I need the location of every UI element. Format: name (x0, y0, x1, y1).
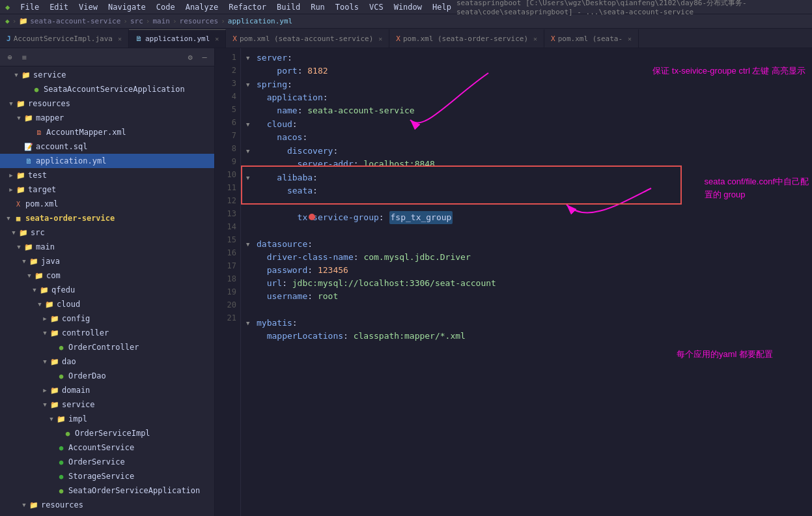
breadcrumb-project[interactable]: ◆ (5, 17, 10, 25)
tree-arrow-com-order: ▼ (25, 271, 34, 280)
tab-close-icon[interactable]: ✕ (118, 35, 122, 42)
menu-file[interactable]: File (15, 0, 44, 14)
sidebar-item-src-order[interactable]: ▼ 📁 src (0, 225, 214, 240)
sidebar-item-java-order[interactable]: ▼ 📁 java (0, 254, 214, 268)
folder-icon-domain-order: 📁 (49, 385, 60, 395)
sidebar-item-target[interactable]: ▶ 📁 target (0, 182, 214, 197)
code-key-cloud: cloud (257, 118, 292, 131)
code-val-server-addr: localhost:8848 (363, 158, 435, 171)
code-body[interactable]: ▼ server: port: 8182 ▼ spring: applicat (241, 48, 812, 516)
sidebar-item-account-mapper[interactable]: 🗎 AccountMapper.xml (0, 125, 214, 139)
menu-tools[interactable]: Tools (330, 0, 364, 14)
folder-icon-impl-order: 📁 (56, 414, 66, 424)
tab-close-active-icon[interactable]: ✕ (215, 35, 219, 42)
tree-label-test: test (28, 171, 47, 180)
tree-arrow-test: ▶ (7, 171, 16, 180)
sidebar-item-qfedu-order[interactable]: ▼ 📁 qfedu (0, 283, 214, 297)
sidebar-item-resources-order[interactable]: ▼ 📁 resources (0, 498, 214, 512)
sidebar-item-controller-order[interactable]: ▼ 📁 controller (0, 326, 214, 340)
menu-build[interactable]: Build (272, 0, 305, 14)
fold-icon-10[interactable]: ▼ (246, 171, 257, 184)
sidebar-item-resources-folder[interactable]: ▼ 📁 resources (0, 96, 214, 111)
tab-label: AccountServiceImpl.java (14, 35, 113, 43)
tree-arrow-empty-10 (47, 457, 56, 466)
sidebar-item-order-service-impl[interactable]: ● OrderServiceImpl (0, 426, 214, 440)
menu-vcs[interactable]: VCS (364, 0, 389, 14)
breadcrumb-module-label[interactable]: seata-account-service (30, 17, 120, 25)
sidebar-item-main-order[interactable]: ▼ 📁 main (0, 240, 214, 254)
fold-icon-13[interactable]: ▼ (246, 237, 257, 251)
sidebar-item-pom-account[interactable]: X pom.xml (0, 197, 214, 211)
breadcrumb-file[interactable]: application.yml (228, 17, 292, 25)
menu-navigate[interactable]: Navigate (103, 0, 151, 14)
breadcrumb-main[interactable]: main (152, 17, 170, 25)
breadcrumb-resources[interactable]: resources (180, 17, 219, 25)
tab-pom-order[interactable]: X pom.xml (seata-order-service) ✕ (389, 29, 544, 48)
sidebar-item-order-service-iface[interactable]: ● OrderService (0, 455, 214, 469)
menu-run[interactable]: Run (305, 0, 330, 14)
sidebar-item-account-sql[interactable]: 📝 account.sql (0, 139, 214, 154)
fold-icon-9 (246, 158, 257, 171)
tab-close-3-icon[interactable]: ✕ (533, 35, 537, 42)
sidebar-tool-expand[interactable]: ⊕ (4, 51, 16, 63)
sidebar-item-cloud-order[interactable]: ▼ 📁 cloud (0, 297, 214, 311)
tree-arrow-empty-4 (14, 156, 23, 165)
sidebar-tool-settings[interactable]: ⚙ (184, 51, 196, 63)
sidebar-item-mapper-order[interactable]: ▼ 📁 mapper (0, 512, 214, 516)
tab-close-4-icon[interactable]: ✕ (628, 35, 632, 42)
fold-icon-21 (246, 343, 257, 356)
code-line-13: ▼ datasource: (246, 237, 812, 251)
sidebar-item-order-dao[interactable]: ● OrderDao (0, 369, 214, 383)
tab-application-yml[interactable]: 🗎 application.yml ✕ (129, 29, 226, 48)
tree-label-seata-order-service: seata-order-service (25, 214, 115, 223)
menu-window[interactable]: Window (389, 0, 427, 14)
sidebar-item-config-order[interactable]: ▶ 📁 config (0, 311, 214, 326)
menu-view[interactable]: View (74, 0, 103, 14)
menu-help[interactable]: Help (427, 0, 456, 14)
tab-accountserviceimpl[interactable]: J AccountServiceImpl.java ✕ (0, 29, 129, 48)
tab-bar: J AccountServiceImpl.java ✕ 🗎 applicatio… (0, 29, 812, 48)
sidebar-tool-collapse[interactable]: ≡ (18, 51, 30, 63)
sidebar-item-domain-order[interactable]: ▶ 📁 domain (0, 383, 214, 397)
tree-label-com-order: com (46, 271, 61, 280)
breadcrumb-module[interactable]: 📁 (19, 17, 28, 25)
sidebar-item-seata-account-app[interactable]: ● SeataAccountServiceApplication (0, 82, 214, 96)
menu-analyze[interactable]: Analyze (180, 0, 224, 14)
tree-label-dao-order: dao (62, 357, 76, 366)
breadcrumb-src[interactable]: src (130, 17, 143, 25)
menu-edit[interactable]: Edit (44, 0, 74, 14)
sidebar-item-test[interactable]: ▶ 📁 test (0, 168, 214, 182)
sidebar-item-seata-order-app[interactable]: ● SeataOrderServiceApplication (0, 483, 214, 498)
fold-icon-3[interactable]: ▼ (246, 78, 257, 91)
spring-icon-order-dao: ● (56, 371, 66, 381)
tab-close-2-icon[interactable]: ✕ (378, 35, 382, 42)
sidebar-item-dao-order[interactable]: ▼ 📁 dao (0, 354, 214, 369)
fold-icon-1[interactable]: ▼ (246, 51, 257, 64)
sidebar-item-order-controller[interactable]: ● OrderController (0, 340, 214, 354)
tab-pom-seata[interactable]: X pom.xml (seata- ✕ (544, 29, 639, 48)
sidebar-item-mapper-folder[interactable]: ▼ 📁 mapper (0, 111, 214, 125)
tab-active-label: application.yml (145, 35, 210, 43)
sidebar-item-impl-order[interactable]: ▼ 📁 impl (0, 412, 214, 426)
sidebar-item-seata-order-service[interactable]: ▼ ■ seata-order-service (0, 211, 214, 225)
fold-icon-6[interactable]: ▼ (246, 117, 257, 131)
sidebar-item-service-folder[interactable]: ▼ 📁 service (0, 68, 214, 82)
code-key-discovery: discovery (257, 145, 333, 158)
code-val-password: 123456 (318, 264, 348, 277)
tab-pom-account[interactable]: X pom.xml (seata-account-service) ✕ (226, 29, 389, 48)
sidebar-item-application-yml[interactable]: 🗎 application.yml (0, 154, 214, 168)
sidebar-item-account-service-iface[interactable]: ● AccountService (0, 440, 214, 455)
tree-arrow-config-order: ▶ (40, 314, 49, 323)
tab-pom-seata-label: pom.xml (seata- (558, 35, 623, 43)
fold-icon-19[interactable]: ▼ (246, 316, 257, 330)
sidebar-item-storage-service-iface[interactable]: ● StorageService (0, 469, 214, 483)
fold-icon-8[interactable]: ▼ (246, 144, 257, 158)
code-val-driver: com.mysql.jdbc.Driver (363, 251, 470, 264)
sidebar-item-com-order[interactable]: ▼ 📁 com (0, 268, 214, 283)
menu-code[interactable]: Code (151, 0, 180, 14)
sidebar-tool-minimize[interactable]: — (199, 51, 210, 63)
sidebar-item-service-order[interactable]: ▼ 📁 service (0, 397, 214, 412)
tree-arrow-cloud-order: ▼ (35, 300, 44, 309)
menu-refactor[interactable]: Refactor (223, 0, 272, 14)
code-line-14: driver-class-name: com.mysql.jdbc.Driver (246, 251, 812, 264)
